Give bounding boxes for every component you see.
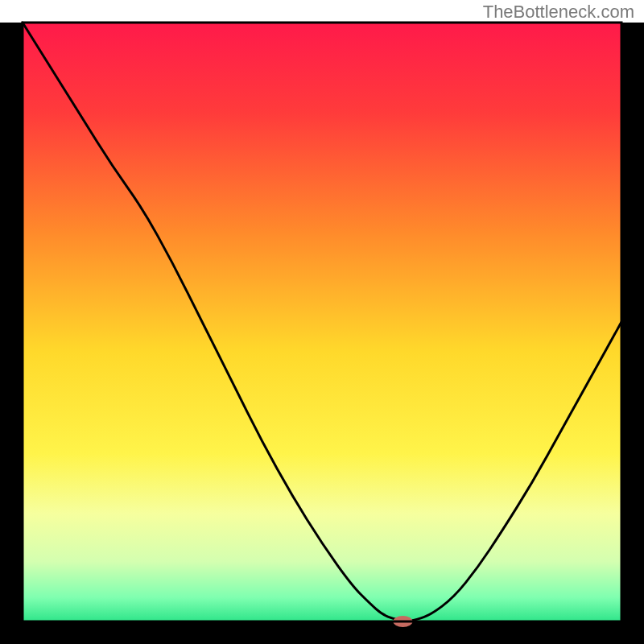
watermark-text: TheBottleneck.com [483,2,634,23]
chart-svg [0,0,644,644]
bottleneck-chart: TheBottleneck.com [0,0,644,644]
svg-rect-2 [23,23,621,621]
